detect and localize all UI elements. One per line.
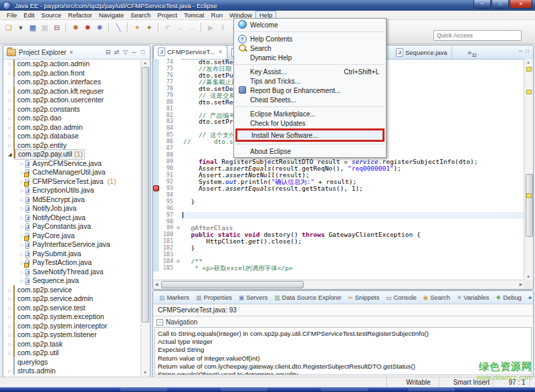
view-tab-breakpoints[interactable]: ●Breakpoints [525, 294, 533, 301]
close-button[interactable]: ✕ [510, 0, 532, 9]
sql-annotation-button[interactable]: ╲ [113, 22, 124, 33]
collapsed-arrow-icon[interactable]: ▷ [7, 60, 13, 69]
collapsed-arrow-icon[interactable]: ▷ [7, 322, 13, 331]
close-view-icon[interactable]: ✕ [69, 50, 74, 56]
restart-tomcat-button[interactable]: ✹ [94, 22, 105, 33]
view-menu-icon[interactable]: ▽ [121, 49, 130, 56]
tab-overflow-chevron[interactable]: »32 [467, 48, 477, 58]
collapsed-arrow-icon[interactable]: ▷ [7, 141, 13, 151]
code-text[interactable]: public static void destory() throws Gate… [181, 231, 524, 238]
tree-item-querylogs[interactable]: querylogs [3, 358, 141, 367]
tree-item-notifyjob-java[interactable]: ▷JNotifyJob.java [3, 204, 141, 213]
tree-item-asyncfmservice-java[interactable]: ▷JAsynCFMService.java [3, 159, 141, 169]
stop-tomcat-button[interactable]: ✹ [82, 22, 93, 33]
close-tab-icon[interactable]: ✕ [218, 49, 223, 55]
editor-tab-sequence-java[interactable]: JSequence.java [392, 46, 452, 59]
scrollbar-thumb[interactable] [142, 67, 149, 322]
help-contents-menu-item[interactable]: ?Help Contents [234, 34, 386, 43]
collapsed-arrow-icon[interactable]: ▷ [19, 268, 25, 277]
minimize-icon[interactable]: ─ [130, 49, 138, 56]
key-assist-menu-item[interactable]: Key Assist...Ctrl+Shift+L [234, 67, 386, 76]
collapsed-arrow-icon[interactable]: ▷ [7, 87, 13, 96]
tree-item-com-sp2p-util[interactable]: ▷com.sp2p.util [3, 349, 141, 358]
resume-button[interactable]: ▶ [205, 22, 216, 33]
code-text[interactable] [181, 219, 524, 225]
cheat-sheets-menu-item[interactable]: Cheat Sheets... [234, 95, 386, 104]
code-text[interactable] [181, 192, 524, 199]
collapsed-arrow-icon[interactable]: ▷ [19, 276, 25, 286]
maximize-icon[interactable]: □ [526, 48, 529, 54]
tree-item-com-sp2p-pay-util[interactable]: ◢com.sp2p.pay.util (1) [3, 150, 141, 159]
tree-item-com-sp2p-system-interceptor[interactable]: ▷com.sp2p.system.interceptor [3, 322, 141, 331]
menu-file[interactable]: File [3, 11, 20, 19]
fold-collapse-icon[interactable]: ⊖ [175, 225, 181, 231]
view-tab-variables[interactable]: ✳Variables [453, 294, 492, 301]
menu-run[interactable]: Run [208, 11, 226, 19]
tree-item-com-sp2p-entity[interactable]: ▷com.sp2p.entity [3, 141, 141, 151]
collapsed-arrow-icon[interactable]: ▷ [7, 304, 13, 313]
tree-item-com-sp2p-constants[interactable]: ▷com.sp2p.constants [3, 105, 141, 114]
collapsed-arrow-icon[interactable]: ▷ [7, 69, 13, 78]
tree-item-com-sp2p-system-listener[interactable]: ▷com.sp2p.system.listener [3, 330, 141, 340]
tree-item-com-sp2p-service-admin[interactable]: ▷com.sp2p.service.admin [3, 294, 141, 304]
collapse-section-icon[interactable]: − [156, 319, 163, 326]
scrollbar-thumb[interactable] [161, 281, 304, 288]
tree-item-encryptionutils-java[interactable]: ▷JEncryptionUtils.java [3, 186, 141, 195]
taskbar[interactable] [0, 387, 535, 392]
title-bar[interactable]: Java EE - paypro/src/com/sp2p/pay/util/C… [0, 0, 535, 11]
tree-item-com-sp2p-action-interfaces[interactable]: com.sp2p.action.interfaces [3, 78, 141, 87]
suspend-button[interactable]: ‖ [217, 22, 228, 33]
scroll-up-icon[interactable]: ▲ [141, 60, 149, 66]
eclipse-marketplace-menu-item[interactable]: Eclipse Marketplace... [234, 109, 386, 118]
install-new-software-menu-item[interactable]: Install New Software... [237, 130, 383, 140]
menu-project[interactable]: Project [154, 11, 181, 19]
new-wizard-button[interactable]: ❏ [3, 22, 14, 33]
back-button[interactable]: ← [175, 22, 185, 33]
collapsed-arrow-icon[interactable]: ▷ [7, 114, 13, 123]
maximize-button[interactable]: □ [492, 0, 509, 9]
print-button[interactable]: ⊟ [51, 22, 62, 33]
view-tab-snippets[interactable]: ✂Snippets [344, 294, 383, 301]
link-with-editor-icon[interactable]: ⇄ [112, 49, 121, 56]
tree-item-com-sp2p-service[interactable]: ▷com.sp2p.service [3, 286, 141, 295]
collapsed-arrow-icon[interactable]: ▷ [19, 204, 25, 213]
code-text[interactable]: final RegisterSubjectResultDTO result = … [181, 159, 524, 165]
project-explorer-header[interactable]: Project Explorer ✕ ⊟⇄▽─□ [3, 45, 150, 60]
tree-item-com-sp2p-action-admin[interactable]: ▷com.sp2p.action.admin [3, 60, 141, 69]
welcome-menu-item[interactable]: Welcome [234, 20, 386, 29]
code-text[interactable]: Assert.assertNotNull(result); [181, 172, 524, 179]
about-eclipse-menu-item[interactable]: About Eclipse [234, 146, 386, 156]
collapsed-arrow-icon[interactable]: ▷ [7, 349, 13, 358]
scroll-down-icon[interactable]: ▼ [524, 274, 532, 280]
warning-overview-mark[interactable] [526, 193, 532, 198]
collapsed-arrow-icon[interactable]: ▷ [7, 294, 13, 304]
code-text[interactable] [181, 205, 524, 212]
code-text[interactable]: @AfterClass [181, 225, 524, 231]
collapse-all-icon[interactable]: ⊟ [104, 49, 112, 56]
tree-item-sequence-java[interactable]: ▷JSequence.java [3, 276, 141, 286]
tree-item-notifyobject-java[interactable]: ▷JNotifyObject.java [3, 213, 141, 223]
tree-item-paycore-java[interactable]: ▷JPayCore.java [3, 231, 141, 241]
check-for-updates-menu-item[interactable]: Check for Updates [234, 118, 386, 128]
tree-item-com-sp2p-task[interactable]: ▷com.sp2p.task [3, 340, 141, 349]
quick-access-input[interactable] [433, 30, 522, 41]
nav-line[interactable]: Actual type Integer [158, 338, 528, 346]
collapsed-arrow-icon[interactable]: ▷ [7, 123, 13, 132]
project-tree-scrollbar[interactable]: ▲ ▼ [140, 60, 149, 376]
scroll-right-icon[interactable]: ▶ [518, 280, 524, 288]
view-tab-search[interactable]: ◉Search [420, 294, 453, 301]
code-text[interactable]: Assert.assertEquals(result.getStatus(), … [181, 185, 524, 192]
code-text[interactable]: HttpClient.get().close(); [181, 238, 524, 245]
tips-and-tricks-menu-item[interactable]: Tips and Tricks... [234, 76, 386, 86]
scrollbar-thumb[interactable] [526, 174, 533, 237]
tree-item-paysubmit-java[interactable]: ▷JPaySubmit.java [3, 250, 141, 259]
expanded-arrow-icon[interactable]: ◢ [7, 150, 13, 159]
current-line[interactable] [181, 212, 524, 219]
tree-item-com-sp2p-database[interactable]: ▷com.sp2p.database [3, 132, 141, 141]
menu-edit[interactable]: Edit [20, 11, 37, 19]
view-tab-data-source-explorer[interactable]: ▥Data Source Explorer [271, 294, 344, 301]
run-ant-button[interactable]: ✦ [132, 22, 142, 33]
tree-item-com-sp2p-dao[interactable]: ▷com.sp2p.dao [3, 114, 141, 123]
tree-item-savenotifythread-java[interactable]: ▷JSaveNotifyThread.java [3, 268, 141, 277]
editor-tab-cfmpservicet[interactable]: JCFMPServiceT...✕ [153, 45, 227, 59]
